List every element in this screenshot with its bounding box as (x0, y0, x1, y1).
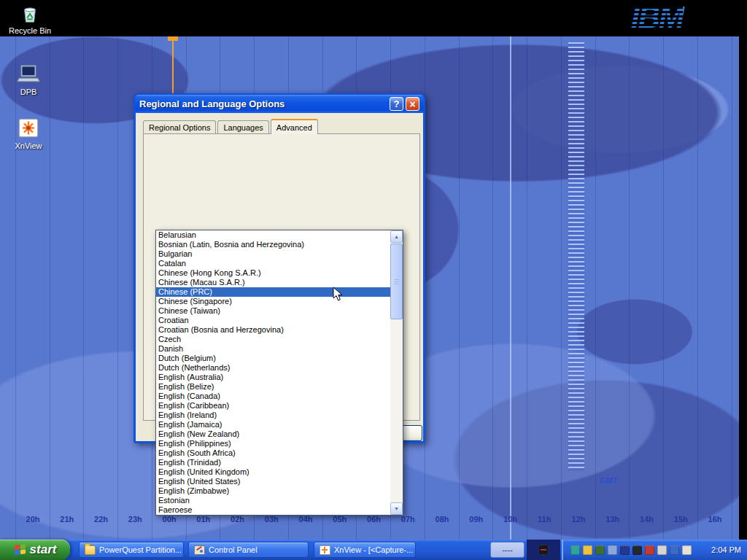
dialog-title: Regional and Language Options (139, 98, 387, 109)
gmt-label: GMT (600, 476, 617, 485)
icon-label: Recycle Bin (6, 26, 54, 35)
folder-icon (85, 545, 96, 555)
tray-icon-connection[interactable] (670, 545, 679, 555)
icon-label: DPB (4, 88, 53, 96)
windows-flag-icon (14, 544, 26, 556)
list-item[interactable]: English (Zimbabwe) (156, 486, 390, 496)
list-item[interactable]: Chinese (PRC) (156, 287, 390, 297)
task-button-label: Control Panel (209, 545, 258, 554)
list-item[interactable]: Chinese (Macau S.A.R.) (156, 278, 390, 287)
tab-regional-options[interactable]: Regional Options (143, 120, 216, 133)
taskbar: start PowerQuest Partition... Control Pa… (0, 540, 747, 560)
list-item[interactable]: Chinese (Hong Kong S.A.R.) (156, 268, 390, 278)
taskbar-toolbar-segment (527, 540, 560, 560)
list-item[interactable]: Czech (156, 335, 390, 344)
tray-icon-network[interactable] (620, 545, 630, 555)
tab-strip: Regional Options Languages Advanced (143, 120, 320, 133)
tray-icon-antivirus[interactable] (645, 545, 654, 555)
list-item[interactable]: English (Ireland) (156, 411, 390, 420)
list-item[interactable]: English (United Kingdom) (156, 467, 390, 477)
mouse-cursor (333, 287, 343, 302)
list-item[interactable]: Chinese (Taiwan) (156, 306, 390, 316)
scroll-up-icon[interactable]: ▲ (390, 230, 403, 243)
tray-icon-updates-shield[interactable] (595, 545, 605, 555)
icon-label: XnView (4, 141, 53, 150)
time-marker-line (172, 36, 174, 96)
list-item[interactable]: Danish (156, 344, 390, 354)
list-item[interactable]: English (Jamaica) (156, 420, 390, 429)
taskbar-button-powerquest[interactable]: PowerQuest Partition... (79, 542, 184, 558)
hour-label: 16h (702, 515, 728, 524)
hour-label: 03h (258, 515, 285, 524)
list-item[interactable]: Dutch (Netherlands) (156, 363, 390, 373)
tray-icon-device[interactable] (682, 545, 692, 555)
dialog-titlebar[interactable]: Regional and Language Options ? × (135, 95, 424, 113)
list-item[interactable]: English (United States) (156, 477, 390, 486)
taskbar-clock[interactable]: 2:04 PM (711, 540, 741, 560)
taskbar-button-dashes[interactable]: ---- (490, 542, 525, 558)
toolbar-app-icon[interactable] (538, 545, 549, 555)
list-item[interactable]: Chinese (Singapore) (156, 297, 390, 306)
tab-advanced[interactable]: Advanced (271, 119, 318, 134)
start-button[interactable]: start (0, 540, 70, 560)
hour-label: 02h (225, 515, 251, 524)
list-item[interactable]: Catalan (156, 259, 390, 268)
tray-icons (563, 545, 692, 555)
xnview-icon (16, 115, 41, 140)
close-button[interactable]: × (406, 97, 419, 111)
recycle-bin-icon (19, 3, 41, 25)
desktop-icon-recycle-bin[interactable]: Recycle Bin (6, 3, 54, 35)
hour-label: 06h (361, 515, 387, 524)
hour-label: 21h (54, 515, 80, 524)
language-listbox-items: BelarusianBosnian (Latin, Bosnia and Her… (156, 230, 390, 515)
scrollbar[interactable]: ▲ ▼ (390, 230, 403, 515)
list-item[interactable]: English (Caribbean) (156, 401, 390, 411)
system-tray: 2:04 PM (562, 540, 747, 560)
list-item[interactable]: Estonian (156, 496, 390, 505)
tray-icon-volume[interactable] (657, 545, 667, 555)
list-item[interactable]: Croatian (156, 316, 390, 325)
laptop-icon (16, 61, 41, 86)
list-item[interactable]: English (Philippines) (156, 439, 390, 448)
help-button[interactable]: ? (390, 97, 403, 111)
language-dropdown-list: BelarusianBosnian (Latin, Bosnia and Her… (155, 230, 403, 516)
hour-label: 01h (190, 515, 217, 524)
list-item[interactable]: English (Trinidad) (156, 458, 390, 467)
tab-languages[interactable]: Languages (217, 120, 268, 133)
hour-label: 11h (531, 515, 557, 524)
list-item[interactable]: Croatian (Bosnia and Herzegovina) (156, 325, 390, 335)
ibm-logo: IBM (631, 0, 683, 35)
task-button-label: XnView - [<Capture-... (334, 545, 413, 554)
hour-label: 23h (122, 515, 148, 524)
hour-label: 13h (600, 515, 626, 524)
desktop-icon-xnview[interactable]: XnView (4, 115, 53, 150)
time-marker-cap (168, 36, 178, 41)
hour-label: 14h (634, 515, 660, 524)
hour-label: 00h (156, 515, 182, 524)
control-panel-icon (194, 545, 205, 555)
list-item[interactable]: English (New Zealand) (156, 429, 390, 439)
list-item[interactable]: Belarusian (156, 230, 390, 240)
list-item[interactable]: Faeroese (156, 505, 390, 515)
desktop-icon-dpb[interactable]: DPB (4, 61, 53, 96)
taskbar-button-xnview[interactable]: XnView - [<Capture-... (314, 542, 416, 558)
start-label: start (30, 542, 57, 557)
scrollbar-thumb[interactable] (390, 244, 403, 319)
list-item[interactable]: English (Canada) (156, 392, 390, 401)
xnview-icon (320, 545, 330, 555)
list-item[interactable]: Bulgarian (156, 249, 390, 259)
scroll-down-icon[interactable]: ▼ (390, 502, 403, 515)
list-item[interactable]: English (South Africa) (156, 448, 390, 458)
hour-label: 08h (429, 515, 455, 524)
list-item[interactable]: English (Belize) (156, 382, 390, 392)
timezone-hatch-band (568, 42, 584, 471)
list-item[interactable]: Dutch (Belgium) (156, 354, 390, 363)
list-item[interactable]: English (Australia) (156, 373, 390, 382)
list-item[interactable]: Bosnian (Latin, Bosnia and Herzegovina) (156, 240, 390, 249)
tray-icon-teal-app[interactable] (570, 545, 580, 555)
tray-icon-yellow-badge[interactable] (583, 545, 592, 555)
tray-icon-network-offline[interactable] (632, 545, 642, 555)
hour-label: 07h (395, 515, 421, 524)
taskbar-button-control-panel[interactable]: Control Panel (188, 542, 309, 558)
tray-icon-display[interactable] (608, 545, 617, 555)
